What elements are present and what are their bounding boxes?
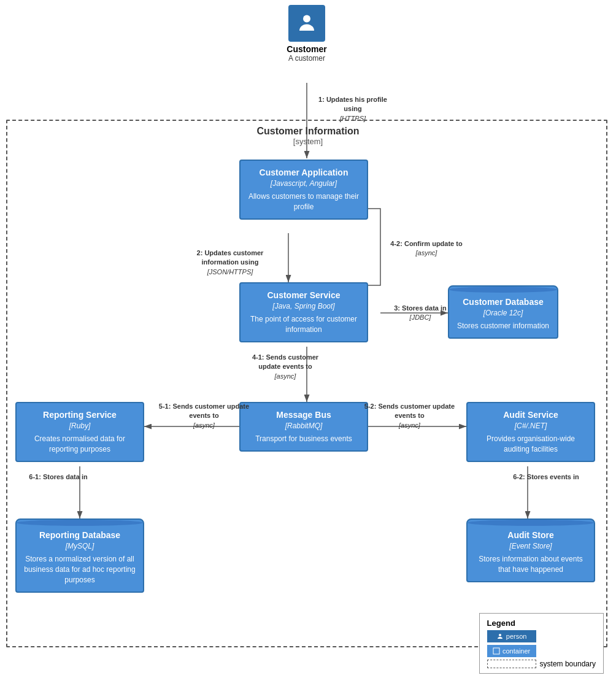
customer-app-box: Customer Application [Javascript, Angula…	[239, 160, 368, 220]
system-boundary-label: Customer Information [system]	[256, 126, 359, 146]
legend-dashed-box	[487, 660, 536, 668]
arrow-label-4-1: 4-1: Sends customer update events to [as…	[242, 353, 328, 381]
customer-service-box: Customer Service [Java, Spring Boot] The…	[239, 282, 368, 342]
svg-point-9	[303, 15, 310, 23]
audit-service-box: Audit Service [C#/.NET] Provides organis…	[466, 402, 595, 462]
legend: Legend person container system boundary	[479, 613, 604, 674]
audit-store-box: Audit Store [Event Store] Stores informa…	[466, 518, 595, 582]
customer-sublabel: A customer	[288, 54, 325, 63]
customer-actor: Customer A customer	[264, 5, 350, 63]
arrow-label-3: 3: Stores data in [JDBC]	[387, 304, 454, 323]
customer-db-box: Customer Database [Oracle 12c] Stores cu…	[448, 285, 558, 339]
legend-person-box: person	[487, 630, 536, 642]
person-icon	[288, 5, 325, 42]
arrow-label-2: 2: Updates customer information using [J…	[181, 249, 279, 277]
legend-person-item: person	[487, 630, 596, 642]
arrow-label-5-2: 5-2: Sends customer update events to [as…	[362, 402, 457, 430]
legend-container-box: container	[487, 645, 536, 657]
arrow-label-5-1: 5-1: Sends customer update events to [as…	[156, 402, 252, 430]
diagram-container: Customer A customer 1: Updates his profi…	[0, 0, 616, 686]
arrow-label-6-1: 6-1: Stores data in	[15, 472, 101, 482]
message-bus-box: Message Bus [RabbitMQ] Transport for bus…	[239, 402, 368, 452]
reporting-db-box: Reporting Database [MySQL] Stores a norm…	[15, 518, 144, 593]
reporting-service-box: Reporting Service [Ruby] Creates normali…	[15, 402, 144, 462]
legend-title: Legend	[487, 619, 596, 628]
arrow-label-6-2: 6-2: Stores events in	[503, 472, 589, 482]
svg-point-10	[499, 634, 501, 636]
svg-rect-11	[493, 648, 499, 654]
arrow-label-4-2: 4-2: Confirm update to [async]	[387, 239, 466, 258]
legend-boundary-item: system boundary	[487, 660, 596, 668]
customer-label: Customer	[287, 44, 326, 54]
legend-container-item: container	[487, 645, 596, 657]
